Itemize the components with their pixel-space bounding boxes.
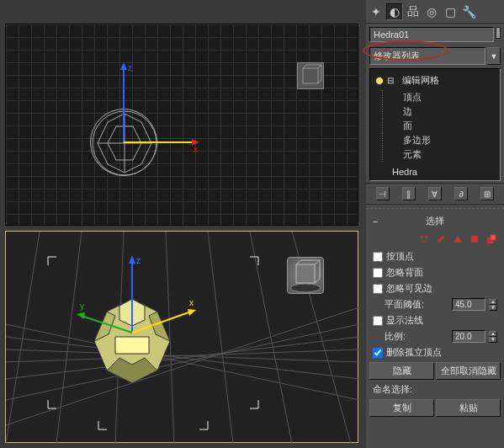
move-gizmo-3d[interactable]: z x y xyxy=(65,248,216,375)
modifier-bulb-icon[interactable] xyxy=(375,77,384,85)
stack-sub-element[interactable]: 元素 xyxy=(382,147,498,162)
stack-base-hedra[interactable]: Hedra xyxy=(372,165,498,179)
modifier-dropdown-arrow[interactable]: ▼ xyxy=(487,47,501,65)
command-panel: ✦ ◐ 品 ◎ ▢ 🔧 修改器列表 ▼ ⊟ 编辑网格 顶点 边 面 多边形 元素… xyxy=(366,0,504,448)
svg-line-49 xyxy=(315,260,320,264)
remove-modifier-icon[interactable]: ∂ xyxy=(454,187,468,200)
svg-line-40 xyxy=(132,312,191,333)
by-vertex-checkbox[interactable] xyxy=(373,252,383,262)
svg-point-54 xyxy=(426,236,428,238)
svg-text:z: z xyxy=(136,256,141,265)
perspective-viewport[interactable]: z x y xyxy=(5,231,358,443)
hide-button[interactable]: 隐藏 xyxy=(369,362,434,380)
planar-down-icon[interactable]: ▼ xyxy=(489,305,497,311)
scale-down-icon[interactable]: ▼ xyxy=(489,337,497,343)
top-wireframe-viewport[interactable]: for(let i=0;i<28;i++){document.write('<d… xyxy=(5,24,358,226)
planar-up-icon[interactable]: ▲ xyxy=(489,299,497,305)
element-mode-icon[interactable] xyxy=(485,233,497,245)
object-color-swatch[interactable] xyxy=(496,27,501,39)
copy-button[interactable]: 复制 xyxy=(369,399,434,417)
make-unique-icon[interactable]: ∀ xyxy=(428,187,442,200)
selection-rollout-header[interactable]: − 选择 xyxy=(366,212,504,230)
svg-marker-44 xyxy=(77,312,85,319)
svg-rect-60 xyxy=(491,235,496,240)
svg-marker-6 xyxy=(120,62,127,70)
svg-point-53 xyxy=(421,236,423,238)
svg-line-48 xyxy=(296,260,301,264)
paste-button[interactable]: 粘贴 xyxy=(436,399,501,417)
svg-marker-38 xyxy=(129,255,135,264)
motion-tab-icon[interactable]: ◎ xyxy=(423,3,440,20)
utilities-tab-icon[interactable]: 🔧 xyxy=(460,3,477,20)
ignore-backface-checkbox[interactable] xyxy=(373,268,383,278)
configure-sets-icon[interactable]: ⊞ xyxy=(480,187,494,200)
svg-text:z: z xyxy=(128,63,132,72)
create-tab-icon[interactable]: ✦ xyxy=(368,3,385,20)
unhide-all-button[interactable]: 全部取消隐藏 xyxy=(436,362,501,380)
svg-text:x: x xyxy=(194,145,198,154)
viewcube[interactable] xyxy=(297,62,324,89)
svg-text:x: x xyxy=(189,298,194,307)
selection-rollout-title: 选择 xyxy=(426,215,444,227)
viewcube-perspective[interactable] xyxy=(287,257,324,294)
named-selections-label: 命名选择: xyxy=(366,381,504,397)
stack-sub-edge[interactable]: 边 xyxy=(382,104,498,119)
scale-label: 比例: xyxy=(373,330,448,343)
show-normals-label: 显示法线 xyxy=(386,314,423,327)
expand-toggle-icon[interactable]: ⊟ xyxy=(387,76,394,85)
subobject-icons-row xyxy=(366,230,504,248)
scale-up-icon[interactable]: ▲ xyxy=(489,331,497,337)
hierarchy-tab-icon[interactable]: 品 xyxy=(405,3,422,20)
pin-stack-icon[interactable]: ⊣ xyxy=(376,187,390,200)
rollout-collapse-icon: − xyxy=(373,216,378,227)
svg-rect-58 xyxy=(471,236,478,243)
polygon-mode-icon[interactable] xyxy=(469,233,480,245)
stack-sub-face[interactable]: 面 xyxy=(382,119,498,133)
delete-isolated-label: 删除孤立顶点 xyxy=(386,346,442,359)
svg-marker-57 xyxy=(454,236,462,243)
scale-input[interactable] xyxy=(452,330,485,343)
svg-rect-11 xyxy=(303,68,318,83)
vertex-mode-icon[interactable] xyxy=(418,233,430,245)
by-vertex-label: 按顶点 xyxy=(386,250,414,263)
show-end-result-icon[interactable]: ∥ xyxy=(402,187,416,200)
move-gizmo[interactable]: z x xyxy=(103,58,204,159)
svg-line-13 xyxy=(318,65,321,68)
planar-threshold-label: 平面阈值: xyxy=(373,298,448,311)
planar-threshold-input[interactable] xyxy=(452,298,485,311)
stack-sub-polygon[interactable]: 多边形 xyxy=(382,133,498,147)
ignore-visible-edges-label: 忽略可见边 xyxy=(386,282,432,295)
svg-line-52 xyxy=(315,279,320,283)
svg-line-16 xyxy=(318,80,321,83)
stack-sub-vertex[interactable]: 顶点 xyxy=(382,90,498,104)
svg-rect-47 xyxy=(296,264,315,283)
modifier-list-dropdown[interactable]: 修改器列表 xyxy=(369,47,485,65)
command-panel-tabs: ✦ ◐ 品 ◎ ▢ 🔧 xyxy=(366,0,504,24)
svg-text:y: y xyxy=(80,301,84,311)
ignore-backface-label: 忽略背面 xyxy=(386,266,423,279)
panel-divider xyxy=(366,208,504,209)
stack-buttons-row: ⊣ ∥ ∀ ∂ ⊞ xyxy=(366,183,504,205)
modifier-stack[interactable]: ⊟ 编辑网格 顶点 边 面 多边形 元素 Hedra xyxy=(369,68,501,181)
object-name-input[interactable] xyxy=(369,27,494,42)
svg-line-12 xyxy=(303,65,306,68)
ignore-visible-edges-checkbox[interactable] xyxy=(373,284,383,294)
edge-mode-icon[interactable] xyxy=(435,233,447,245)
modify-tab-icon[interactable]: ◐ xyxy=(386,3,403,20)
delete-isolated-checkbox[interactable] xyxy=(373,348,383,358)
show-normals-checkbox[interactable] xyxy=(373,316,383,326)
svg-line-43 xyxy=(82,316,132,333)
display-tab-icon[interactable]: ▢ xyxy=(442,3,459,20)
svg-marker-41 xyxy=(188,309,196,316)
stack-edit-mesh[interactable]: 编辑网格 xyxy=(397,72,444,88)
svg-point-55 xyxy=(423,241,426,243)
svg-line-56 xyxy=(438,236,444,243)
face-mode-icon[interactable] xyxy=(452,233,464,245)
svg-point-46 xyxy=(290,284,321,292)
